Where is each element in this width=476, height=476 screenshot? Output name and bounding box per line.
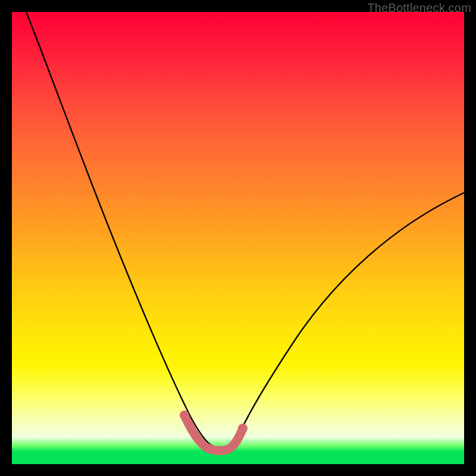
chart-frame: TheBottleneck.com (0, 0, 476, 476)
curve-layer (12, 12, 464, 464)
bottleneck-curve (26, 12, 464, 449)
plot-area (12, 12, 464, 464)
optimal-band-dot-left (180, 411, 189, 420)
optimal-band-dot-right (238, 424, 248, 433)
